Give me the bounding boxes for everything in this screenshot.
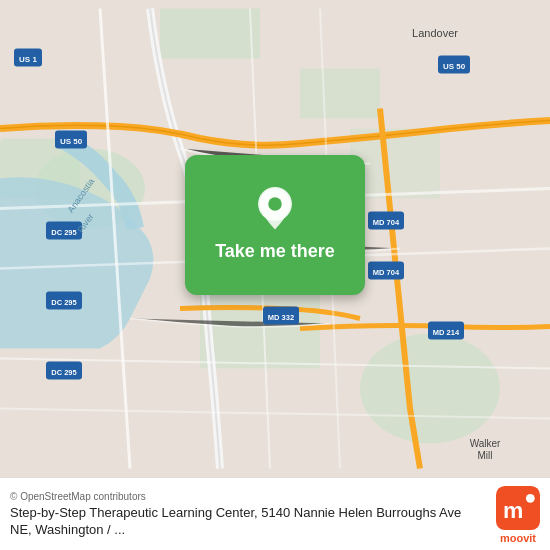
svg-text:DC 295: DC 295	[51, 298, 76, 307]
svg-text:Walker: Walker	[470, 438, 501, 449]
moovit-brand-icon: m	[496, 486, 540, 530]
take-me-there-button[interactable]: Take me there	[185, 155, 365, 295]
svg-point-44	[526, 494, 535, 503]
svg-text:MD 704: MD 704	[373, 218, 400, 227]
take-me-there-label: Take me there	[215, 241, 335, 262]
svg-text:MD 214: MD 214	[433, 328, 460, 337]
moovit-logo: m moovit	[496, 486, 540, 544]
map-container: US 1 US 50 US 50 DC 295 DC 295 DC 295 MD…	[0, 0, 550, 477]
app: US 1 US 50 US 50 DC 295 DC 295 DC 295 MD…	[0, 0, 550, 550]
svg-text:MD 704: MD 704	[373, 268, 400, 277]
location-pin-icon	[253, 187, 297, 231]
moovit-wordmark: moovit	[500, 532, 536, 544]
svg-text:Landover: Landover	[412, 27, 458, 39]
svg-point-6	[360, 334, 500, 444]
bottom-bar: © OpenStreetMap contributors Step-by-Ste…	[0, 477, 550, 550]
svg-text:US 50: US 50	[60, 137, 83, 146]
svg-text:DC 295: DC 295	[51, 228, 76, 237]
svg-text:US 50: US 50	[443, 62, 466, 71]
svg-point-41	[268, 197, 282, 211]
svg-text:DC 295: DC 295	[51, 368, 76, 377]
svg-text:Mill: Mill	[478, 450, 493, 461]
location-name: Step-by-Step Therapeutic Learning Center…	[10, 505, 486, 539]
osm-attribution: © OpenStreetMap contributors	[10, 491, 486, 502]
svg-text:US 1: US 1	[19, 55, 37, 64]
svg-rect-4	[300, 69, 380, 119]
svg-rect-3	[160, 9, 260, 59]
svg-text:m: m	[503, 497, 523, 523]
svg-text:MD 332: MD 332	[268, 313, 294, 322]
